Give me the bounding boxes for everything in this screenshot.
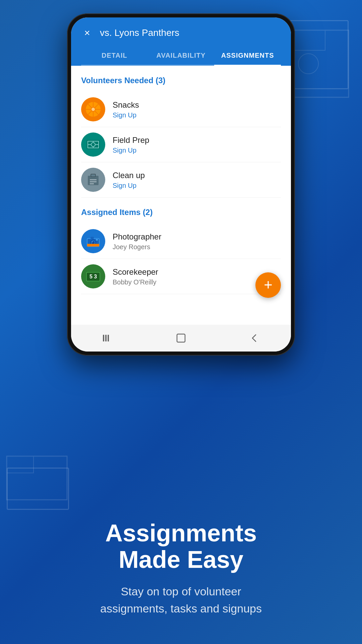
add-icon: + bbox=[264, 277, 273, 292]
svg-rect-39 bbox=[103, 335, 104, 341]
field-prep-signup[interactable]: Sign Up bbox=[113, 147, 149, 154]
cleanup-icon bbox=[81, 168, 105, 192]
svg-rect-22 bbox=[91, 174, 95, 176]
photographer-text: Photographer Joey Rogers bbox=[113, 231, 161, 251]
content-area: Volunteers Needed (3) bbox=[71, 66, 291, 325]
navigation-bar bbox=[71, 325, 291, 352]
svg-rect-32 bbox=[90, 237, 94, 239]
snacks-text: Snacks Sign Up bbox=[113, 100, 139, 119]
nav-home-icon[interactable] bbox=[171, 328, 191, 348]
scorekeeper-person: Bobby O'Reilly bbox=[113, 278, 158, 286]
svg-rect-33 bbox=[96, 239, 98, 240]
scorekeeper-text: Scorekeeper Bobby O'Reilly bbox=[113, 267, 158, 286]
list-item: Field Prep Sign Up bbox=[81, 127, 281, 162]
photographer-label: Photographer bbox=[113, 231, 161, 242]
svg-rect-3 bbox=[7, 456, 67, 500]
field-prep-text: Field Prep Sign Up bbox=[113, 135, 149, 154]
cleanup-label: Clean up bbox=[113, 170, 145, 180]
svg-rect-4 bbox=[7, 456, 34, 473]
field-lines-left bbox=[3, 453, 70, 503]
list-item: Clean up Sign Up bbox=[81, 162, 281, 198]
svg-rect-35 bbox=[87, 244, 99, 247]
svg-point-31 bbox=[92, 241, 93, 243]
tab-assignments[interactable]: ASSIGNMENTS bbox=[214, 46, 281, 65]
app-header: × vs. Lyons Panthers DETAIL AVAILABILITY… bbox=[71, 17, 291, 66]
nav-back-icon[interactable] bbox=[244, 328, 264, 348]
list-item: Snacks Sign Up bbox=[81, 92, 281, 127]
svg-rect-41 bbox=[108, 335, 109, 341]
scorekeeper-label: Scorekeeper bbox=[113, 267, 158, 277]
snacks-label: Snacks bbox=[113, 100, 139, 110]
phone-screen: × vs. Lyons Panthers DETAIL AVAILABILITY… bbox=[71, 17, 291, 352]
close-icon: × bbox=[84, 28, 90, 38]
scorekeeper-icon: 5 3 bbox=[81, 264, 105, 288]
subtext-content: Stay on top of volunteer assignments, ta… bbox=[100, 585, 262, 615]
svg-rect-1 bbox=[292, 30, 325, 50]
bottom-section: Assignments Made Easy Stay on top of vol… bbox=[0, 500, 362, 644]
photographer-person: Joey Rogers bbox=[113, 243, 161, 251]
close-button[interactable]: × bbox=[81, 27, 93, 39]
svg-point-2 bbox=[298, 54, 318, 74]
list-item: 5 3 Scorekeeper Bobby O'Reilly bbox=[81, 259, 281, 294]
svg-rect-42 bbox=[177, 334, 185, 342]
list-item: Photographer Joey Rogers bbox=[81, 224, 281, 259]
snacks-icon bbox=[81, 97, 105, 121]
svg-point-12 bbox=[92, 108, 95, 111]
game-title: vs. Lyons Panthers bbox=[100, 28, 179, 38]
nav-menu-icon[interactable] bbox=[98, 328, 118, 348]
phone-frame: × vs. Lyons Panthers DETAIL AVAILABILITY… bbox=[67, 13, 295, 356]
volunteers-section-header: Volunteers Needed (3) bbox=[81, 76, 281, 85]
subtext: Stay on top of volunteer assignments, ta… bbox=[20, 583, 342, 617]
snacks-signup[interactable]: Sign Up bbox=[113, 111, 139, 119]
svg-rect-40 bbox=[105, 335, 107, 341]
cleanup-signup[interactable]: Sign Up bbox=[113, 182, 145, 190]
field-prep-icon bbox=[81, 132, 105, 157]
tab-availability[interactable]: AVAILABILITY bbox=[148, 46, 215, 65]
tab-bar: DETAIL AVAILABILITY ASSIGNMENTS bbox=[81, 46, 281, 66]
photographer-icon bbox=[81, 229, 105, 253]
tab-detail[interactable]: DETAIL bbox=[81, 46, 148, 65]
headline-content: Assignments Made Easy bbox=[105, 520, 257, 573]
field-prep-label: Field Prep bbox=[113, 135, 149, 145]
assigned-section-header: Assigned Items (2) bbox=[81, 208, 281, 217]
phone-device: × vs. Lyons Panthers DETAIL AVAILABILITY… bbox=[67, 13, 295, 356]
svg-text:5 3: 5 3 bbox=[89, 274, 97, 279]
headline-text: Assignments Made Easy bbox=[20, 520, 342, 573]
cleanup-text: Clean up Sign Up bbox=[113, 170, 145, 190]
add-button[interactable]: + bbox=[255, 272, 281, 298]
